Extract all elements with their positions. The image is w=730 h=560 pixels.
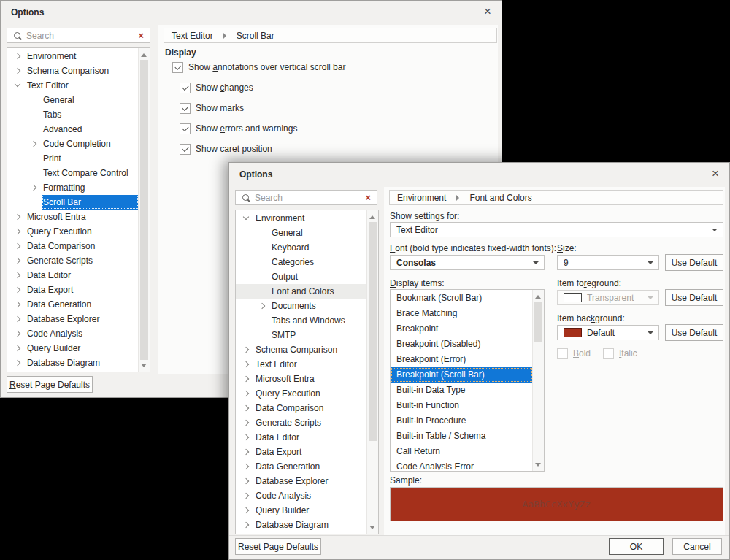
clear-search-icon[interactable]: × [138, 31, 144, 40]
breadcrumb-item[interactable]: Text Editor [172, 31, 213, 41]
breadcrumb-item[interactable]: Environment [397, 193, 446, 203]
search-input[interactable]: Search × [7, 28, 150, 43]
chevron-right-icon[interactable] [13, 315, 22, 323]
tree-item[interactable]: Query Builder [236, 503, 367, 518]
scroll-up-icon[interactable] [533, 291, 543, 302]
chevron-right-icon[interactable] [242, 448, 250, 456]
scroll-down-icon[interactable] [367, 522, 377, 532]
chevron-right-icon[interactable] [29, 110, 38, 119]
chevron-right-icon[interactable] [13, 358, 22, 367]
tree-item[interactable]: Data Comparison [236, 401, 367, 415]
chevron-right-icon[interactable] [13, 285, 22, 294]
scroll-up-icon[interactable] [139, 50, 149, 60]
chevron-right-icon[interactable] [258, 316, 266, 325]
list-item[interactable]: Built-in Function [391, 398, 533, 413]
checkbox-row[interactable]: Show changes [180, 82, 486, 93]
clear-search-icon[interactable]: × [365, 193, 371, 202]
tree-item[interactable]: Database Diagram [7, 356, 139, 370]
chevron-right-icon[interactable] [242, 360, 250, 369]
list-item[interactable]: Breakpoint (Disabled) [391, 337, 533, 352]
close-icon[interactable]: × [484, 5, 491, 18]
chevron-right-icon[interactable] [258, 258, 266, 266]
checkbox[interactable] [180, 103, 191, 114]
tree-item[interactable]: Font and Colors [236, 284, 367, 299]
tree-item[interactable]: Query Builder [7, 341, 139, 356]
tree-item[interactable]: Categories [236, 255, 367, 269]
chevron-right-icon[interactable] [29, 125, 38, 134]
chevron-right-icon[interactable] [29, 154, 38, 163]
item-background-select[interactable]: Default [557, 325, 659, 340]
chevron-right-icon[interactable] [242, 462, 250, 471]
chevron-right-icon[interactable] [13, 242, 22, 250]
chevron-right-icon[interactable] [13, 271, 22, 280]
tree-item[interactable]: Data Export [236, 445, 367, 459]
scroll-down-icon[interactable] [139, 360, 149, 370]
chevron-right-icon[interactable] [242, 506, 250, 515]
chevron-right-icon[interactable] [29, 139, 38, 148]
tree-item[interactable]: Data Export [7, 283, 139, 297]
tree-item[interactable]: Data Editor [7, 268, 139, 283]
chevron-down-icon[interactable] [13, 81, 22, 90]
tree-item[interactable]: Keyboard [236, 240, 367, 255]
tree-item[interactable]: General [7, 93, 139, 107]
chevron-right-icon[interactable] [242, 477, 250, 486]
chevron-right-icon[interactable] [29, 96, 38, 104]
tree-item[interactable]: Print [7, 151, 139, 166]
tree-item[interactable]: Database Explorer [236, 474, 367, 488]
tree-item[interactable]: Database Diagram [236, 518, 367, 532]
chevron-right-icon[interactable] [258, 243, 266, 252]
tree-scrollbar[interactable] [138, 48, 150, 372]
chevron-right-icon[interactable] [29, 169, 38, 177]
tree-item[interactable]: SMTP [236, 328, 367, 342]
tree-item[interactable]: Microsoft Entra [236, 372, 367, 386]
checkbox[interactable] [180, 144, 191, 155]
search-input[interactable]: Search × [235, 190, 377, 205]
chevron-right-icon[interactable] [242, 521, 250, 529]
chevron-right-icon[interactable] [13, 256, 22, 265]
tree-item[interactable]: Code Analysis [236, 488, 367, 503]
tree-item[interactable]: Text Compare Control [7, 166, 139, 180]
chevron-right-icon[interactable] [13, 344, 22, 353]
chevron-right-icon[interactable] [258, 229, 266, 237]
size-select[interactable]: 9 [557, 255, 659, 270]
scrollbar-thumb[interactable] [534, 302, 542, 342]
checkbox[interactable] [180, 123, 191, 134]
chevron-right-icon[interactable] [258, 272, 266, 281]
tree-item[interactable]: Generate Scripts [7, 253, 139, 268]
chevron-right-icon[interactable] [29, 183, 38, 192]
checkbox-row[interactable]: Show caret position [180, 143, 486, 155]
chevron-right-icon[interactable] [242, 389, 250, 398]
scrollbar-thumb[interactable] [369, 222, 377, 441]
list-item[interactable]: Built-in Data Type [391, 383, 533, 398]
scroll-down-icon[interactable] [533, 459, 543, 469]
tree-item[interactable]: Formatting [7, 180, 139, 195]
tree-item[interactable]: Text Editor [236, 357, 367, 372]
tree-item[interactable]: Data Generation [236, 459, 367, 474]
tree-item[interactable]: Code Analysis [7, 326, 139, 341]
checkbox-row[interactable]: Show marks [180, 102, 486, 114]
chevron-right-icon[interactable] [258, 287, 266, 296]
checkbox[interactable] [172, 62, 183, 73]
scrollbar-thumb[interactable] [140, 60, 148, 360]
chevron-right-icon[interactable] [13, 227, 22, 236]
chevron-right-icon[interactable] [29, 198, 38, 207]
chevron-right-icon[interactable] [13, 66, 22, 75]
tree-item[interactable]: Tabs and Windows [236, 313, 367, 328]
tree-item[interactable]: Environment [236, 211, 367, 226]
reset-page-defaults-button[interactable]: Reset Page Defaults [235, 538, 321, 555]
chevron-right-icon[interactable] [242, 433, 250, 442]
tree-item[interactable]: Query Execution [236, 386, 367, 401]
list-item[interactable]: Code Analysis Error [391, 459, 533, 470]
chevron-down-icon[interactable] [242, 214, 250, 223]
tree-item[interactable]: Data Generation [7, 297, 139, 312]
list-item[interactable]: Breakpoint (Error) [391, 352, 533, 367]
chevron-right-icon[interactable] [13, 52, 22, 61]
tree-item[interactable]: Output [236, 269, 367, 284]
chevron-right-icon[interactable] [242, 375, 250, 383]
list-item[interactable]: Built-in Procedure [391, 413, 533, 429]
checkbox-row[interactable]: Show errors and warnings [180, 123, 486, 134]
list-item[interactable]: Breakpoint (Scroll Bar) [391, 367, 533, 383]
use-default-background-button[interactable]: Use Default [665, 324, 723, 341]
tree-item[interactable]: Advanced [7, 122, 139, 137]
tree-item[interactable]: Query Execution [7, 224, 139, 239]
